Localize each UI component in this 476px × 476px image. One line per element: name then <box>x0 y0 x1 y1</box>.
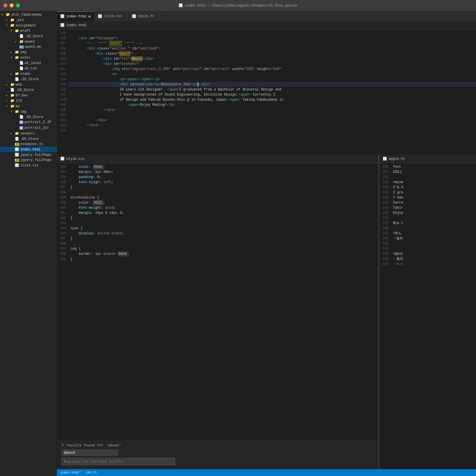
css-header-icon: ⬜ <box>60 157 65 161</box>
file-icon-ds3: 📄 <box>10 88 15 92</box>
sidebar-root[interactable]: 📁 shin_fabacademy <box>0 12 57 17</box>
css-editor-pane[interactable]: ⬜ style.css 333 334 335 336 337 338 339 … <box>57 155 378 469</box>
sidebar-item-pre[interactable]: 📁 _pre <box>0 17 57 23</box>
arrow-week1 <box>15 40 19 44</box>
code-line: Curre <box>391 200 476 205</box>
css-code-content: 333 334 335 336 337 338 339 340 341 342 … <box>57 163 378 441</box>
sidebar-item-web[interactable]: 📁 web <box>0 82 57 87</box>
173-label: 173 <box>16 99 22 103</box>
maximize-button[interactable] <box>16 3 20 7</box>
sidebar-item-portrait2[interactable]: 🖼 portrait_3の <box>0 125 57 131</box>
arrow-video <box>10 72 15 76</box>
sidebar[interactable]: 📁 shin_fabacademy 📁 _pre 📁 assignment 📁 … <box>0 11 57 476</box>
ds2-label: .DS_Store <box>20 77 39 81</box>
code-line: Enjoy <box>391 210 476 216</box>
code-line <box>391 216 476 221</box>
right-code-lines[interactable]: font CSSと <myse I'm S I gra I hav Curre … <box>391 163 476 469</box>
tab-index-html[interactable]: ⬜ index.html <box>57 11 94 21</box>
sidebar-item-w1local[interactable]: 📄 w1_local <box>0 60 57 66</box>
video-label: video <box>20 72 30 76</box>
jqfulljs-label: jquery.fullPage. <box>20 158 53 162</box>
arrow-me <box>6 104 10 108</box>
code-line <box>68 128 476 133</box>
arrow-vendors <box>10 131 15 136</box>
html-header-icon: ⬜ <box>60 23 65 27</box>
sidebar-item-week1[interactable]: 📁 week1 <box>0 39 57 44</box>
sidebar-item-week1mc[interactable]: M↓ week1.mc <box>0 44 57 49</box>
sidebar-item-w1txt[interactable]: 📄 w1.txt <box>0 66 57 71</box>
html-editor-pane[interactable]: ⬜ index.html 135 136 137 138 139 140 141 <box>57 21 476 155</box>
sidebar-item-video[interactable]: 📁 video <box>0 71 57 76</box>
right-editor-pane[interactable]: ⬜ apple.ht 226 227 228 229 230 231 232 2… <box>379 155 476 469</box>
sidebar-item-index-html[interactable]: ⬜ index.html <box>0 147 57 152</box>
sidebar-item-173[interactable]: 📁 173 <box>0 98 57 104</box>
sidebar-item-notes[interactable]: 📁 notes <box>0 55 57 60</box>
replace-input-row[interactable] <box>61 458 374 465</box>
sidebar-item-ds1[interactable]: 📄 .DS_Store <box>0 34 57 39</box>
root-label: shin_fabacademy <box>11 13 42 17</box>
tab-apple[interactable]: ⬜ apple.ht <box>129 11 163 21</box>
file-icon: 📄 <box>19 34 24 38</box>
sidebar-item-examples[interactable]: JS examples.js <box>0 142 57 147</box>
tab-html-icon: ⬜ <box>60 14 65 18</box>
tabs-bar[interactable]: ⬜ index.html ⬜ style.css ⬜ apple.ht <box>57 11 476 21</box>
sidebar-item-07dev[interactable]: 📁 07.Dev <box>0 93 57 98</box>
sidebar-item-img[interactable]: 📁 img <box>0 49 57 55</box>
ds3-label: .DS_Store <box>16 88 34 92</box>
sidebar-item-style-css[interactable]: ⬜ style.css <box>0 163 57 168</box>
right-header-icon: ⬜ <box>383 157 387 161</box>
sidebar-item-draft[interactable]: 📁 draft <box>0 28 57 34</box>
sidebar-item-me[interactable]: 📁 me <box>0 104 57 109</box>
css-code-lines[interactable]: color: #eee; margin: 1px 90px; padding: … <box>68 163 378 441</box>
stylecss-label: style.css <box>20 164 39 167</box>
minimize-button[interactable] <box>10 3 14 7</box>
sidebar-item-portrait1[interactable]: 🖼 portrait_3.JP <box>0 120 57 125</box>
portrait2-label: portrait_3の <box>24 125 48 130</box>
code-line: <div id="tit">About</div> <box>68 56 476 61</box>
code-line: ・改行 <box>391 236 476 241</box>
sidebar-item-vendors[interactable]: 📁 vendors <box>0 131 57 136</box>
code-line: <myse <box>391 180 476 185</box>
search-input[interactable] <box>61 449 118 456</box>
week1-label: week1 <box>25 40 35 44</box>
file-icon-ds5: 📄 <box>15 137 19 141</box>
code-line <box>68 113 476 118</box>
code-line: } <box>68 185 378 190</box>
sidebar-item-ds3[interactable]: 📄 .DS_Store <box>0 87 57 93</box>
html-line-numbers: 135 136 137 138 139 140 141 142 143 144 … <box>57 30 68 155</box>
sidebar-item-assignment[interactable]: 📁 assignment <box>0 23 57 28</box>
folder-icon-img: 📁 <box>15 50 19 54</box>
code-line: <div class="section " id="section0"> <box>68 46 476 51</box>
code-line: <div id="content"> <box>68 61 476 67</box>
window-title: ⬜ index.html — /Users/yohmizoguchi/Dropb… <box>179 3 297 8</box>
code-line: <!-- ***** ABOUT ***** --> <box>68 41 476 46</box>
vendors-label: vendors <box>20 132 34 136</box>
sidebar-item-ds5[interactable]: 📄 .DS_Store <box>0 136 57 142</box>
ds1-label: .DS_Store <box>25 34 43 38</box>
arrow-07dev <box>6 93 10 98</box>
img-icon-p2: 🖼 <box>19 126 23 130</box>
sidebar-item-jqfull-js[interactable]: JS jquery.fullPage. <box>0 158 57 163</box>
window-controls[interactable] <box>3 3 20 7</box>
folder-icon-notes: 📁 <box>15 55 19 60</box>
imgme-label: img <box>20 110 26 114</box>
code-line: <div id="fullpage"> <box>68 36 476 41</box>
close-button[interactable] <box>3 3 7 7</box>
sidebar-item-jqfull-css[interactable]: ⬜ jquery.fullPage. <box>0 152 57 158</box>
arrow-web <box>6 82 10 87</box>
replace-input[interactable] <box>61 458 175 465</box>
sidebar-item-img-me[interactable]: 📁 img <box>0 109 57 114</box>
code-line <box>68 190 378 195</box>
sidebar-item-ds2[interactable]: 📄 .DS_Store <box>0 76 57 82</box>
code-line: img { <box>68 246 378 251</box>
html-code-lines[interactable]: <div id="fullpage"> <!-- ***** ABOUT ***… <box>68 30 476 155</box>
tab-style-css[interactable]: ⬜ style.css <box>94 11 129 21</box>
code-line <box>68 31 476 36</box>
folder-icon-vendors: 📁 <box>15 131 19 136</box>
arrow-notes <box>10 55 15 60</box>
sidebar-item-ds4[interactable]: 📄 .DS_Store <box>0 114 57 120</box>
search-input-row[interactable] <box>61 449 374 456</box>
folder-icon: 📁 <box>6 13 10 17</box>
code-line: Takir <box>391 205 476 210</box>
code-line: } <box>68 216 378 221</box>
